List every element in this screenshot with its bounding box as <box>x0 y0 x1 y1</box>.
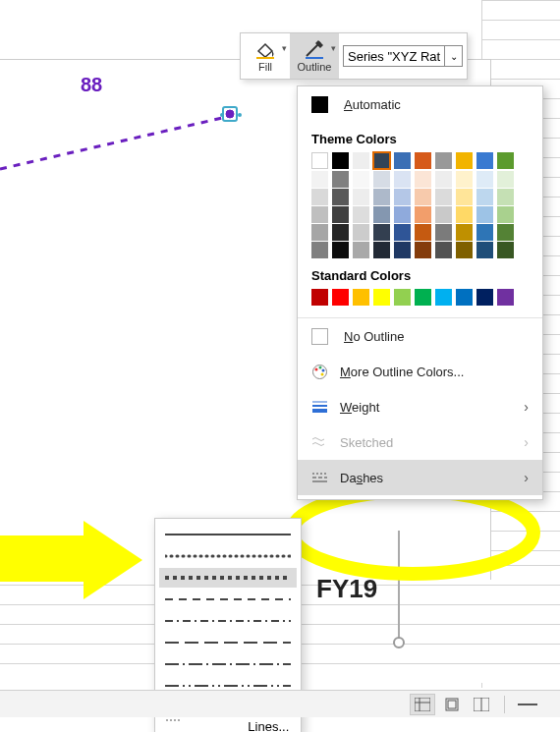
theme-tint-swatch[interactable] <box>373 242 390 258</box>
svg-line-0 <box>0 116 231 169</box>
theme-tint-swatch[interactable] <box>353 206 369 223</box>
theme-tint-swatch[interactable] <box>497 171 514 188</box>
theme-tint-swatch[interactable] <box>353 171 369 188</box>
standard-color-swatch[interactable] <box>373 289 390 306</box>
theme-tint-swatch[interactable] <box>435 171 452 188</box>
theme-tint-swatch[interactable] <box>476 206 493 223</box>
theme-tint-swatch[interactable] <box>476 242 493 258</box>
theme-tint-swatch[interactable] <box>497 242 514 258</box>
theme-tint-swatch[interactable] <box>415 189 431 205</box>
dash-round-dot[interactable] <box>165 546 291 566</box>
view-page-break-button[interactable] <box>469 694 494 715</box>
series-selector[interactable]: Series "XYZ Rat ⌄ <box>339 33 467 79</box>
dash-square-dot[interactable] <box>159 568 297 588</box>
theme-tint-swatch[interactable] <box>415 242 431 258</box>
standard-color-swatch[interactable] <box>415 289 431 306</box>
theme-color-swatch[interactable] <box>332 152 349 169</box>
theme-tint-swatch[interactable] <box>456 224 473 241</box>
standard-color-swatch[interactable] <box>476 289 493 306</box>
theme-color-swatch[interactable] <box>394 152 411 169</box>
theme-tint-swatch[interactable] <box>415 206 431 223</box>
axis-marker[interactable] <box>393 637 405 648</box>
theme-tint-swatch[interactable] <box>476 171 493 188</box>
series-line[interactable] <box>0 98 236 177</box>
data-label[interactable]: 88 <box>81 74 102 96</box>
theme-tint-swatch[interactable] <box>435 206 452 223</box>
theme-tint-swatch[interactable] <box>332 189 349 205</box>
theme-color-swatch[interactable] <box>373 152 390 169</box>
theme-tint-swatch[interactable] <box>497 224 514 241</box>
theme-tint-swatch[interactable] <box>373 189 390 205</box>
mini-toolbar: ▾ Fill ▾ Outline Series "XYZ Rat ⌄ <box>240 32 468 80</box>
theme-tint-swatch[interactable] <box>394 242 411 258</box>
weight-item[interactable]: Weight › <box>298 389 542 424</box>
standard-color-swatch[interactable] <box>394 289 411 306</box>
theme-tint-swatch[interactable] <box>332 242 349 258</box>
theme-tint-swatch[interactable] <box>353 224 369 241</box>
theme-tint-swatch[interactable] <box>476 189 493 205</box>
theme-tint-swatch[interactable] <box>394 224 411 241</box>
theme-tint-swatch[interactable] <box>435 224 452 241</box>
theme-tint-swatch[interactable] <box>311 224 328 241</box>
outline-button[interactable]: ▾ Outline <box>290 33 339 79</box>
dashes-item[interactable]: Dashes › <box>298 460 542 495</box>
dash-solid[interactable] <box>165 525 291 544</box>
dash-long-dash-dot[interactable] <box>165 654 291 674</box>
theme-tint-swatch[interactable] <box>311 171 328 188</box>
theme-tint-swatch[interactable] <box>332 224 349 241</box>
series-dropdown-caret[interactable]: ⌄ <box>445 45 463 67</box>
theme-tint-swatch[interactable] <box>415 224 431 241</box>
theme-tint-swatch[interactable] <box>373 206 390 223</box>
theme-tint-swatch[interactable] <box>435 242 452 258</box>
chevron-right-icon: › <box>524 399 529 415</box>
theme-tint-swatch[interactable] <box>353 189 369 205</box>
theme-tint-swatch[interactable] <box>415 171 431 188</box>
theme-tint-swatch[interactable] <box>456 171 473 188</box>
theme-tint-swatch[interactable] <box>311 242 328 258</box>
automatic-item[interactable]: Automatic <box>298 86 542 122</box>
standard-color-swatch[interactable] <box>311 289 328 306</box>
standard-color-swatch[interactable] <box>497 289 514 306</box>
theme-tint-swatch[interactable] <box>373 224 390 241</box>
standard-color-swatch[interactable] <box>332 289 349 306</box>
theme-tint-swatch[interactable] <box>456 242 473 258</box>
theme-color-swatch[interactable] <box>456 152 473 169</box>
theme-tint-swatch[interactable] <box>435 189 452 205</box>
theme-tint-swatch[interactable] <box>394 189 411 205</box>
dash-dash[interactable] <box>165 590 291 609</box>
view-page-layout-button[interactable] <box>439 694 465 715</box>
dash-long-dash[interactable] <box>165 633 291 652</box>
theme-color-swatch[interactable] <box>497 152 514 169</box>
axis-category-label[interactable]: FY19 <box>316 574 377 604</box>
theme-tint-swatch[interactable] <box>394 171 411 188</box>
fill-button[interactable]: ▾ Fill <box>241 33 290 79</box>
theme-tint-swatch[interactable] <box>373 171 390 188</box>
view-normal-button[interactable] <box>410 694 435 715</box>
series-name-field[interactable]: Series "XYZ Rat <box>343 45 445 67</box>
theme-tint-swatch[interactable] <box>332 171 349 188</box>
no-outline-item[interactable]: No Outline <box>298 318 542 354</box>
theme-color-swatch[interactable] <box>353 152 369 169</box>
theme-color-swatch[interactable] <box>476 152 493 169</box>
more-outline-colors-item[interactable]: More Outline Colors... <box>298 354 542 389</box>
zoom-out-button[interactable] <box>515 694 540 715</box>
svg-point-7 <box>322 368 325 371</box>
dash-dash-dot[interactable] <box>165 611 291 631</box>
selected-data-point[interactable] <box>222 106 238 122</box>
theme-color-swatch[interactable] <box>311 152 328 169</box>
theme-tint-swatch[interactable] <box>456 206 473 223</box>
standard-color-swatch[interactable] <box>456 289 473 306</box>
theme-tint-swatch[interactable] <box>456 189 473 205</box>
theme-tint-swatch[interactable] <box>311 189 328 205</box>
theme-tint-swatch[interactable] <box>394 206 411 223</box>
standard-color-swatch[interactable] <box>353 289 369 306</box>
theme-tint-swatch[interactable] <box>497 189 514 205</box>
theme-tint-swatch[interactable] <box>311 206 328 223</box>
theme-color-swatch[interactable] <box>415 152 431 169</box>
theme-tint-swatch[interactable] <box>476 224 493 241</box>
theme-tint-swatch[interactable] <box>332 206 349 223</box>
theme-tint-swatch[interactable] <box>497 206 514 223</box>
standard-color-swatch[interactable] <box>435 289 452 306</box>
theme-color-swatch[interactable] <box>435 152 452 169</box>
theme-tint-swatch[interactable] <box>353 242 369 258</box>
